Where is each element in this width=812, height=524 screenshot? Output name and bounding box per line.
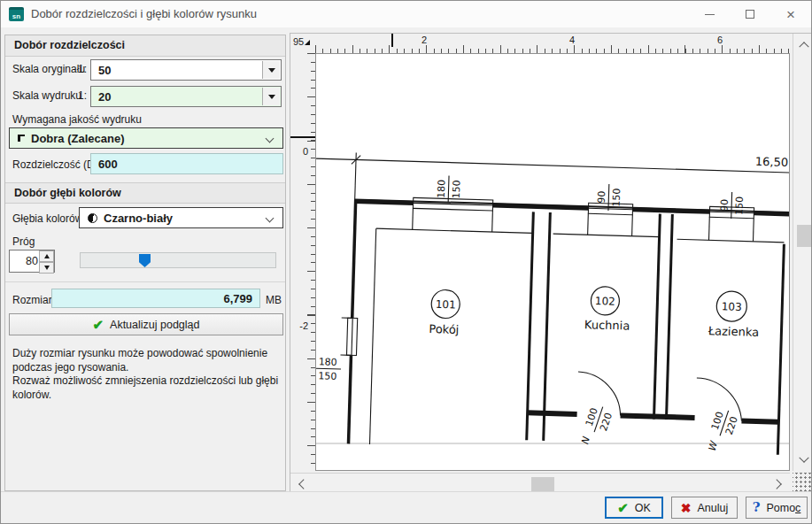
minimize-icon [705,14,715,15]
chevron-down-icon [266,135,275,143]
print-quality-label: Wymagana jakość wydruku [12,113,142,126]
color-depth-combobox[interactable]: Czarno-biały [79,207,283,228]
ruler-top-label: 4 [569,35,575,45]
vertical-scrollbar[interactable] [793,34,812,471]
update-preview-button[interactable]: ✔ Aktualizuj podgląd [9,313,283,335]
window-dim-3-top: 90 [718,199,730,212]
close-button[interactable]: × [770,1,811,27]
size-value: 6,799 [223,292,252,305]
ruler-corner-value: 95 [293,36,304,47]
resolution-section-header: Dobór rozdzielczości [5,35,285,57]
scale-original-combobox[interactable]: 50 [90,59,282,81]
scale-print-ratio: 1: [78,89,87,102]
maximize-button[interactable] [730,1,770,27]
cancel-button[interactable]: ✖ Anuluj [671,497,738,519]
size-field: 6,799 [51,289,260,308]
door-letter-1: N [579,435,592,446]
threshold-slider[interactable] [80,252,276,268]
check-icon: ✔ [92,318,104,331]
scale-print-combobox[interactable]: 20 [90,86,282,107]
print-quality-combobox[interactable]: Dobra (Zalecane) [9,127,283,149]
check-icon: ✔ [617,501,629,514]
door-dim-1: 100 220 [582,403,615,436]
depth-section-header: Dobór głębi kolorów [5,182,285,204]
dpi-value: 600 [98,158,118,171]
room-2-name: Kuchnia [584,318,630,333]
room-3-number: 103 [722,300,742,313]
spin-up-button[interactable] [39,250,54,262]
scale-print-label: Skala wydruku [12,89,81,102]
scale-original-label: Skala oryginału [12,63,85,75]
cross-icon: ✖ [681,502,692,514]
threshold-spinner[interactable]: 80 [9,250,55,273]
dropdown-arrow-icon[interactable] [262,88,280,105]
scale-original-ratio: 1: [78,63,87,75]
door-letter-2: W [707,439,721,453]
color-depth-value: Czarno-biały [104,212,173,225]
chevron-left-icon [298,479,308,489]
ok-button[interactable]: ✔ OK [605,497,663,519]
floorplan-drawing: 16,50 [316,54,790,471]
cancel-label: Anuluj [697,502,728,514]
scroll-down-button[interactable] [793,450,812,471]
room-2-number: 102 [595,295,615,308]
scroll-up-button[interactable] [793,34,812,55]
size-warning-text: Duży rozmiar rysunku może powodować spow… [12,347,280,402]
threshold-slider-thumb[interactable] [139,254,151,267]
ruler-top-label: 6 [717,35,723,45]
dpi-field[interactable]: 600 [90,153,283,174]
chevron-down-icon [266,214,275,223]
minimize-button[interactable] [689,1,730,27]
spin-down-button[interactable] [39,262,54,274]
left-dim-top: 180 [319,356,337,368]
window-dim-3-bottom: 150 [733,196,746,215]
window-dim-2-bottom: 150 [611,189,623,207]
threshold-value: 80 [10,250,38,272]
ruler-corner-icon [305,40,310,45]
window-dim-3: 90 150 [718,192,746,220]
ruler-origin-tick [391,34,393,47]
threshold-label: Próg [12,235,35,248]
ok-label: OK [635,502,651,514]
window-dim-1-bottom: 150 [451,180,463,198]
ruler-vertical: 0 -2 [290,53,315,471]
ruler-origin-line [290,136,315,138]
window-controls: × [689,1,811,27]
dropdown-arrow-icon[interactable] [262,61,280,79]
footer-bar: ✔ OK ✖ Anuluj ? Pomoc [1,491,811,523]
warning-line-1: Duży rozmiar rysunku może powodować spow… [12,347,280,374]
ruler-horizontal: 2 4 6 [315,34,790,53]
left-dim-bottom: 150 [318,370,336,382]
room-3-name: Łazienka [708,324,760,339]
close-icon: × [786,7,795,22]
size-label: Rozmiar [12,294,52,306]
preview-area: 95 2 4 6 0 -2 16,50 [290,33,812,493]
window-dim-1-top: 180 [436,180,448,198]
horizontal-scrollbar-thumb[interactable] [531,477,554,492]
dialog-window: sn Dobór rozdzielczości i głębi kolorów … [0,0,812,524]
help-button[interactable]: ? Pomoc [746,497,808,519]
help-label: Pomoc [766,502,800,514]
drawing-preview-page: 16,50 [315,53,790,471]
door-dim-1-top: 100 [584,406,600,428]
scale-original-value: 50 [98,64,111,77]
chevron-down-icon [799,453,808,463]
chevron-up-icon [799,42,808,51]
ruler-left-label: -2 [299,320,308,331]
window-title: Dobór rozdzielczości i głębi kolorów rys… [31,1,257,27]
room-1-name: Pokój [429,322,459,336]
chevron-right-icon [772,479,782,489]
warning-line-2: Rozważ możliwość zmniejszenia rozdzielcz… [12,374,280,402]
scale-print-value: 20 [98,90,111,104]
ruler-top-label: 2 [421,35,427,45]
vertical-scrollbar-thumb[interactable] [797,225,812,247]
maximize-icon [746,10,754,19]
app-icon: sn [9,7,24,21]
print-quality-value: Dobra (Zalecane) [31,132,124,145]
color-depth-label: Głębia kolorów [12,212,82,225]
ruler-left-label: 0 [303,146,308,157]
total-dimension-label: 16,50 [755,155,789,169]
size-unit: MB [266,294,282,306]
titlebar: sn Dobór rozdzielczości i głębi kolorów … [1,1,811,27]
door-dim-2-top: 100 [709,410,726,431]
